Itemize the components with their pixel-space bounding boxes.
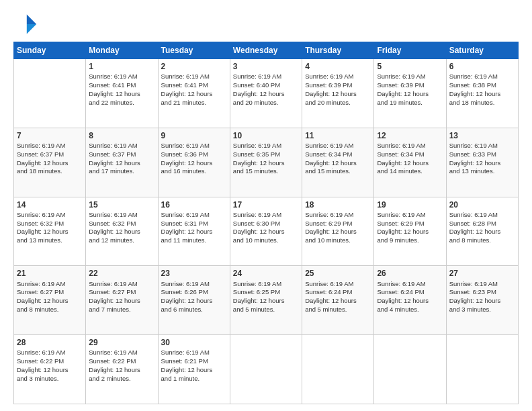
cell-1-6: 5Sunrise: 6:19 AMSunset: 6:39 PMDaylight… [374, 59, 446, 128]
day-info-line: Daylight: 12 hours [89, 159, 154, 168]
cell-4-3: 23Sunrise: 6:19 AMSunset: 6:26 PMDayligh… [158, 266, 230, 335]
day-info-line: Sunset: 6:33 PM [449, 150, 515, 159]
day-number: 11 [305, 130, 371, 141]
cell-4-1: 21Sunrise: 6:19 AMSunset: 6:27 PMDayligh… [14, 266, 86, 335]
header-saturday: Saturday [446, 42, 518, 59]
cell-2-2: 8Sunrise: 6:19 AMSunset: 6:37 PMDaylight… [86, 128, 158, 197]
day-info-line: Sunrise: 6:19 AM [305, 142, 371, 150]
day-info-line: Daylight: 12 hours [17, 228, 83, 236]
day-info-line: Sunrise: 6:19 AM [305, 73, 371, 81]
day-info-line: Sunrise: 6:19 AM [161, 211, 227, 220]
day-info-line: Daylight: 12 hours [161, 228, 227, 236]
day-info-line: Sunset: 6:41 PM [161, 81, 227, 90]
day-info-line: and 18 minutes. [449, 99, 515, 107]
day-info-line: and 5 minutes. [233, 306, 299, 314]
day-info-line: Daylight: 12 hours [233, 297, 299, 306]
day-info-line: Daylight: 12 hours [377, 90, 443, 99]
day-number: 22 [89, 268, 154, 279]
day-info-line: Daylight: 12 hours [377, 297, 443, 306]
day-number: 18 [305, 199, 371, 210]
day-info-line: Sunrise: 6:19 AM [89, 73, 154, 81]
header-friday: Friday [374, 42, 446, 59]
day-info-line: Sunrise: 6:19 AM [89, 211, 154, 220]
day-info-line: and 8 minutes. [17, 306, 83, 314]
day-info-line: and 3 minutes. [17, 375, 83, 383]
day-info-line: Daylight: 12 hours [17, 159, 83, 168]
cell-3-6: 19Sunrise: 6:19 AMSunset: 6:29 PMDayligh… [374, 197, 446, 266]
day-info-line: and 15 minutes. [233, 167, 299, 176]
day-number: 8 [89, 130, 154, 141]
logo-icon [13, 12, 38, 36]
cell-5-7 [446, 335, 518, 404]
day-number: 2 [161, 61, 227, 72]
svg-marker-1 [27, 24, 36, 34]
week-row-5: 28Sunrise: 6:19 AMSunset: 6:22 PMDayligh… [14, 335, 519, 404]
cell-3-2: 15Sunrise: 6:19 AMSunset: 6:32 PMDayligh… [86, 197, 158, 266]
day-info-line: Daylight: 12 hours [161, 366, 227, 375]
day-info-line: Sunrise: 6:19 AM [233, 280, 299, 289]
cell-3-7: 20Sunrise: 6:19 AMSunset: 6:28 PMDayligh… [446, 197, 518, 266]
day-info-line: and 1 minute. [161, 375, 227, 383]
day-info-line: Daylight: 12 hours [161, 297, 227, 306]
day-number: 30 [161, 337, 227, 348]
day-info-line: Sunset: 6:36 PM [161, 150, 227, 159]
day-info-line: and 12 minutes. [89, 236, 154, 245]
cell-1-7: 6Sunrise: 6:19 AMSunset: 6:38 PMDaylight… [446, 59, 518, 128]
day-number: 13 [449, 130, 515, 141]
day-number: 28 [17, 337, 83, 348]
day-info-line: Sunrise: 6:19 AM [377, 211, 443, 220]
day-info-line: Sunrise: 6:19 AM [449, 280, 515, 289]
day-number: 29 [89, 337, 154, 348]
cell-1-3: 2Sunrise: 6:19 AMSunset: 6:41 PMDaylight… [158, 59, 230, 128]
day-number: 7 [17, 130, 83, 141]
day-info-line: Sunset: 6:29 PM [305, 220, 371, 228]
day-number: 4 [305, 61, 371, 72]
cell-1-4: 3Sunrise: 6:19 AMSunset: 6:40 PMDaylight… [230, 59, 302, 128]
day-number: 19 [377, 199, 443, 210]
cell-2-5: 11Sunrise: 6:19 AMSunset: 6:34 PMDayligh… [302, 128, 374, 197]
day-info-line: and 14 minutes. [377, 167, 443, 176]
day-info-line: Daylight: 12 hours [305, 159, 371, 168]
day-info-line: Sunset: 6:24 PM [377, 288, 443, 297]
day-info-line: Daylight: 12 hours [305, 228, 371, 236]
day-info-line: and 10 minutes. [233, 236, 299, 245]
day-info-line: Sunset: 6:21 PM [161, 357, 227, 366]
cell-3-5: 18Sunrise: 6:19 AMSunset: 6:29 PMDayligh… [302, 197, 374, 266]
day-info-line: Daylight: 12 hours [233, 90, 299, 99]
day-info-line: Daylight: 12 hours [89, 90, 154, 99]
day-info-line: Sunrise: 6:19 AM [161, 349, 227, 357]
cell-5-5 [302, 335, 374, 404]
day-info-line: Sunset: 6:41 PM [89, 81, 154, 90]
week-row-1: 1Sunrise: 6:19 AMSunset: 6:41 PMDaylight… [14, 59, 519, 128]
day-info-line: Daylight: 12 hours [161, 90, 227, 99]
day-info-line: and 13 minutes. [449, 167, 515, 176]
cell-3-3: 16Sunrise: 6:19 AMSunset: 6:31 PMDayligh… [158, 197, 230, 266]
svg-marker-0 [27, 15, 36, 24]
cell-2-1: 7Sunrise: 6:19 AMSunset: 6:37 PMDaylight… [14, 128, 86, 197]
day-info-line: Sunrise: 6:19 AM [377, 142, 443, 150]
day-info-line: Daylight: 12 hours [233, 159, 299, 168]
day-info-line: Daylight: 12 hours [161, 159, 227, 168]
day-info-line: Daylight: 12 hours [89, 297, 154, 306]
day-info-line: and 6 minutes. [161, 306, 227, 314]
day-number: 17 [233, 199, 299, 210]
day-info-line: and 11 minutes. [161, 236, 227, 245]
day-info-line: Sunset: 6:27 PM [89, 288, 154, 297]
cell-2-7: 13Sunrise: 6:19 AMSunset: 6:33 PMDayligh… [446, 128, 518, 197]
day-info-line: Sunset: 6:37 PM [17, 150, 83, 159]
day-info-line: Sunset: 6:37 PM [89, 150, 154, 159]
day-info-line: and 10 minutes. [305, 236, 371, 245]
day-info-line: and 22 minutes. [89, 99, 154, 107]
day-info-line: and 2 minutes. [89, 375, 154, 383]
day-info-line: and 16 minutes. [161, 167, 227, 176]
day-info-line: Daylight: 12 hours [17, 366, 83, 375]
day-info-line: Sunset: 6:26 PM [161, 288, 227, 297]
day-info-line: and 18 minutes. [17, 167, 83, 176]
day-info-line: Daylight: 12 hours [449, 228, 515, 236]
cell-1-5: 4Sunrise: 6:19 AMSunset: 6:39 PMDaylight… [302, 59, 374, 128]
day-info-line: and 19 minutes. [377, 99, 443, 107]
day-info-line: and 8 minutes. [449, 236, 515, 245]
cell-5-2: 29Sunrise: 6:19 AMSunset: 6:22 PMDayligh… [86, 335, 158, 404]
day-info-line: Sunset: 6:30 PM [233, 220, 299, 228]
calendar: SundayMondayTuesdayWednesdayThursdayFrid… [13, 42, 519, 404]
